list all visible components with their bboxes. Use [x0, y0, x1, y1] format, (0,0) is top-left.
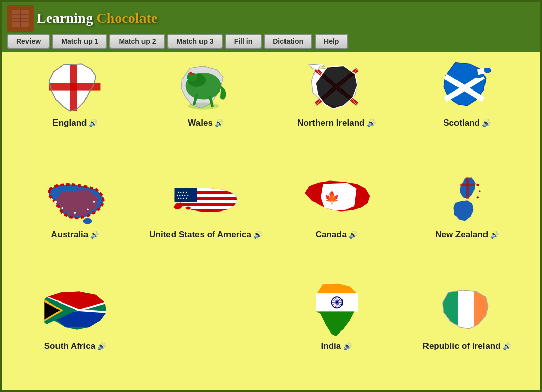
nav-fillin[interactable]: Fill in — [225, 34, 262, 49]
ireland-label: Republic of Ireland 🔊 — [423, 341, 511, 351]
svg-rect-44 — [460, 184, 475, 186]
australia-label: Australia 🔊 — [51, 230, 99, 240]
ireland-sound-icon[interactable]: 🔊 — [503, 342, 511, 350]
country-northern-ireland[interactable]: Northern Ireland 🔊 — [274, 60, 400, 162]
svg-point-41 — [186, 206, 191, 209]
svg-point-29 — [74, 212, 76, 214]
usa-sound-icon[interactable]: 🔊 — [253, 231, 262, 239]
main-content: England 🔊 Wales — [2, 52, 540, 392]
navbar: Review Match up 1 Match up 2 Match up 3 … — [2, 34, 540, 52]
india-label: India 🔊 — [321, 341, 352, 351]
country-india[interactable]: India 🔊 — [274, 283, 400, 385]
wales-sound-icon[interactable]: 🔊 — [215, 119, 223, 127]
svg-rect-62 — [458, 289, 474, 330]
svg-text:★ ★ ★ ★ ★: ★ ★ ★ ★ ★ — [176, 194, 189, 197]
svg-point-32 — [83, 218, 92, 224]
wales-label: Wales 🔊 — [188, 118, 223, 128]
svg-text:★ ★ ★ ★: ★ ★ ★ ★ — [177, 197, 188, 200]
svg-rect-63 — [474, 290, 489, 330]
england-sound-icon[interactable]: 🔊 — [89, 119, 97, 127]
country-canada[interactable]: 🍁 Canada 🔊 — [274, 172, 400, 274]
svg-point-30 — [87, 208, 89, 210]
svg-rect-61 — [443, 290, 458, 330]
country-ireland[interactable]: Republic of Ireland 🔊 — [404, 283, 530, 385]
canada-label: Canada 🔊 — [316, 230, 357, 240]
logo-text: Learning Chocolate — [37, 10, 157, 26]
nav-help[interactable]: Help — [315, 34, 348, 49]
nav-matchup2[interactable]: Match up 2 — [109, 34, 165, 49]
svg-text:★ ★ ★ ★: ★ ★ ★ ★ — [177, 191, 188, 194]
country-australia[interactable]: Australia 🔊 — [12, 172, 138, 274]
canada-sound-icon[interactable]: 🔊 — [349, 231, 357, 239]
england-label: England 🔊 — [52, 118, 97, 128]
svg-rect-43 — [466, 177, 469, 199]
country-scotland[interactable]: Scotland 🔊 — [404, 60, 530, 162]
country-new-zealand[interactable]: New Zealand 🔊 — [404, 172, 530, 274]
nav-matchup3[interactable]: Match up 3 — [167, 34, 223, 49]
svg-point-28 — [62, 207, 63, 209]
svg-point-31 — [93, 201, 95, 202]
svg-point-47 — [476, 196, 478, 198]
northern-ireland-label: Northern Ireland 🔊 — [297, 118, 375, 128]
logo-icon — [7, 5, 34, 32]
country-england[interactable]: England 🔊 — [12, 60, 138, 162]
scotland-sound-icon[interactable]: 🔊 — [482, 119, 491, 127]
logo-area: Learning Chocolate — [7, 5, 157, 32]
scotland-label: Scotland 🔊 — [443, 118, 491, 128]
south-africa-sound-icon[interactable]: 🔊 — [97, 342, 106, 350]
country-wales[interactable]: Wales 🔊 — [143, 60, 269, 162]
new-zealand-label: New Zealand 🔊 — [435, 230, 499, 240]
svg-point-14 — [188, 102, 219, 109]
nav-review[interactable]: Review — [7, 34, 50, 49]
nav-matchup1[interactable]: Match up 1 — [52, 34, 107, 49]
new-zealand-sound-icon[interactable]: 🔊 — [490, 231, 499, 239]
india-sound-icon[interactable]: 🔊 — [343, 342, 352, 350]
svg-point-45 — [476, 184, 479, 186]
country-south-africa[interactable]: South Africa 🔊 — [12, 283, 138, 385]
svg-point-46 — [479, 190, 480, 192]
nav-dictation[interactable]: Dictation — [264, 34, 312, 49]
usa-label: United States of America 🔊 — [149, 230, 262, 240]
header: Learning Chocolate — [2, 2, 540, 34]
south-africa-label: South Africa 🔊 — [44, 341, 106, 351]
svg-point-27 — [54, 200, 57, 203]
svg-text:🍁: 🍁 — [324, 190, 340, 205]
northern-ireland-sound-icon[interactable]: 🔊 — [367, 119, 376, 127]
australia-sound-icon[interactable]: 🔊 — [90, 231, 99, 239]
country-usa[interactable]: ★ ★ ★ ★ ★ ★ ★ ★ ★ ★ ★ ★ ★ United States … — [143, 172, 269, 274]
